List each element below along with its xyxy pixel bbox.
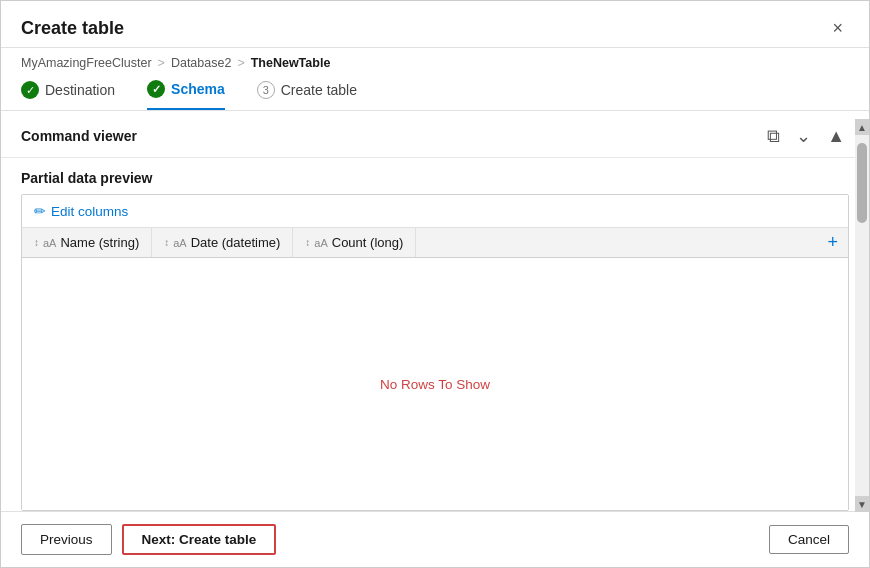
edit-columns-label: Edit columns: [51, 204, 128, 219]
breadcrumb-table: TheNewTable: [251, 56, 331, 70]
command-viewer-label: Command viewer: [21, 128, 137, 144]
edit-columns-link[interactable]: ✏ Edit columns: [34, 203, 128, 219]
col-name-label: Name (string): [60, 235, 139, 250]
table-header-row: ↕ aA Name (string) ↕ aA Date (datetime) …: [22, 228, 848, 258]
scrollbar-up-button[interactable]: ▲: [855, 119, 869, 135]
no-rows-message: No Rows To Show: [380, 377, 490, 392]
partial-preview-label: Partial data preview: [1, 158, 869, 194]
col-count-label: Count (long): [332, 235, 404, 250]
command-viewer-section: Command viewer ⧉ ⌄ ▲: [1, 111, 869, 158]
add-column-button[interactable]: +: [817, 228, 848, 257]
next-create-table-button[interactable]: Next: Create table: [122, 524, 277, 555]
breadcrumb: MyAmazingFreeCluster > Database2 > TheNe…: [1, 48, 869, 76]
table-body: No Rows To Show: [22, 258, 848, 510]
dialog-title: Create table: [21, 18, 124, 39]
col-count-type-icon: aA: [314, 237, 327, 249]
cancel-button[interactable]: Cancel: [769, 525, 849, 554]
step-destination-label: Destination: [45, 82, 115, 98]
dialog-footer: Previous Next: Create table Cancel: [1, 511, 869, 567]
step-destination[interactable]: ✓ Destination: [21, 81, 115, 109]
col-header-name[interactable]: ↕ aA Name (string): [22, 228, 152, 257]
col-date-type-icon: aA: [173, 237, 186, 249]
col-date-label: Date (datetime): [191, 235, 281, 250]
scrollbar-thumb[interactable]: [857, 143, 867, 223]
step-schema[interactable]: ✓ Schema: [147, 80, 225, 110]
col-header-count[interactable]: ↕ aA Count (long): [293, 228, 416, 257]
col-date-sort-icon: ↕: [164, 237, 169, 248]
step-create-table[interactable]: 3 Create table: [257, 81, 357, 109]
col-name-sort-icon: ↕: [34, 237, 39, 248]
scrollbar: ▲ ▼: [855, 119, 869, 512]
previous-button[interactable]: Previous: [21, 524, 112, 555]
main-content: Command viewer ⧉ ⌄ ▲ Partial data previe…: [1, 111, 869, 511]
step-create-table-label: Create table: [281, 82, 357, 98]
dialog-header: Create table ×: [1, 1, 869, 48]
edit-columns-row: ✏ Edit columns: [22, 195, 848, 228]
data-table-container: ✏ Edit columns ↕ aA Name (string) ↕ aA D…: [21, 194, 849, 511]
scrollbar-down-button[interactable]: ▼: [855, 496, 869, 512]
col-header-date[interactable]: ↕ aA Date (datetime): [152, 228, 293, 257]
step-schema-label: Schema: [171, 81, 225, 97]
step-create-table-num-icon: 3: [257, 81, 275, 99]
copy-button[interactable]: ⧉: [763, 125, 784, 147]
create-table-dialog: Create table × MyAmazingFreeCluster > Da…: [0, 0, 870, 568]
command-viewer-actions: ⧉ ⌄ ▲: [763, 125, 849, 147]
step-destination-check-icon: ✓: [21, 81, 39, 99]
close-button[interactable]: ×: [826, 17, 849, 39]
scroll-up-icon: ▲: [827, 126, 845, 146]
breadcrumb-sep2: >: [237, 56, 244, 70]
expand-button[interactable]: ⌄: [792, 125, 815, 147]
col-count-sort-icon: ↕: [305, 237, 310, 248]
breadcrumb-cluster: MyAmazingFreeCluster: [21, 56, 152, 70]
scroll-up-button[interactable]: ▲: [823, 125, 849, 147]
col-name-type-icon: aA: [43, 237, 56, 249]
steps-bar: ✓ Destination ✓ Schema 3 Create table: [1, 76, 869, 111]
breadcrumb-sep1: >: [158, 56, 165, 70]
step-schema-check-icon: ✓: [147, 80, 165, 98]
pencil-icon: ✏: [34, 203, 46, 219]
footer-left-actions: Previous Next: Create table: [21, 524, 276, 555]
breadcrumb-database: Database2: [171, 56, 231, 70]
copy-icon: ⧉: [767, 126, 780, 146]
expand-icon: ⌄: [796, 126, 811, 146]
